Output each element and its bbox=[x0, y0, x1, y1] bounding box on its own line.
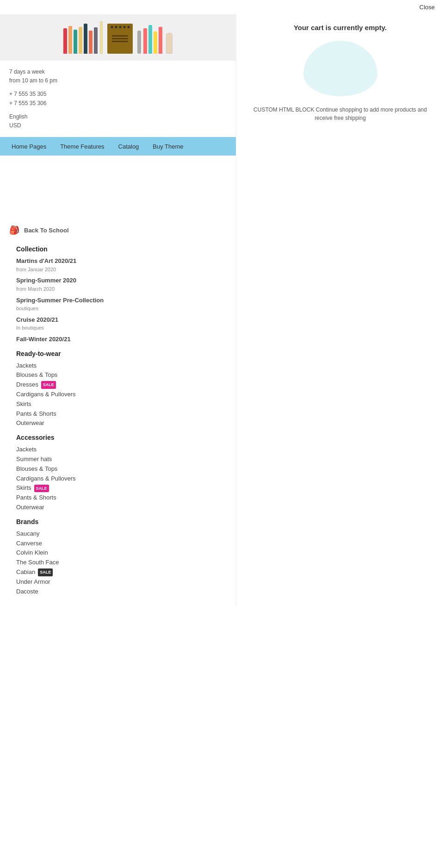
acc-item-3[interactable]: Cardigans & Pullovers bbox=[16, 474, 227, 484]
brand-item-2[interactable]: Colvin Klein bbox=[16, 548, 227, 558]
close-button[interactable]: Close bbox=[419, 4, 435, 11]
brands-title: Brands bbox=[16, 518, 227, 525]
info-section: 7 days a week from 10 am to 6 pm + 7 555… bbox=[0, 61, 236, 137]
nav-item-home[interactable]: Home Pages bbox=[5, 143, 53, 150]
hero-banner bbox=[0, 14, 236, 61]
acc-item-2[interactable]: Blouses & Tops bbox=[16, 464, 227, 474]
back-to-school-section: 🎒 Back To School bbox=[0, 211, 236, 240]
lang-currency: English USD bbox=[9, 112, 227, 130]
rtw-item-6[interactable]: Outerwear bbox=[16, 418, 227, 428]
sale-badge-cabian: SALE bbox=[38, 568, 53, 576]
cart-panel: Your cart is currently empty. CUSTOM HTM… bbox=[236, 14, 444, 606]
acc-item-1[interactable]: Summer hats bbox=[16, 455, 227, 464]
collection-item-4[interactable]: Fall-Winter 2020/21 bbox=[16, 335, 227, 344]
nav-bar: Home Pages Theme Features Catalog Buy Th… bbox=[0, 137, 236, 156]
phone-numbers: + 7 555 35 305 + 7 555 35 306 bbox=[9, 90, 227, 107]
backpack-icon: 🎒 bbox=[9, 225, 19, 235]
sale-badge-skirts: SALE bbox=[34, 485, 49, 492]
sidebar-menu: Collection Martins d'Art 2020/21 from Ja… bbox=[0, 245, 236, 606]
rtw-item-5[interactable]: Pants & Shorts bbox=[16, 409, 227, 419]
brand-item-6[interactable]: Dacoste bbox=[16, 587, 227, 597]
ready-to-wear-title: Ready-to-wear bbox=[16, 350, 227, 357]
brand-item-4[interactable]: Cabian SALE bbox=[16, 568, 227, 577]
collection-item-1[interactable]: Spring-Summer 2020 from March 2020 bbox=[16, 276, 227, 293]
cart-custom-html: CUSTOM HTML BLOCK Continue shopping to a… bbox=[246, 106, 435, 122]
acc-item-4[interactable]: Skirts SALE bbox=[16, 483, 227, 493]
rtw-item-1[interactable]: Blouses & Tops bbox=[16, 370, 227, 380]
acc-item-0[interactable]: Jackets bbox=[16, 445, 227, 455]
rtw-item-2[interactable]: Dresses SALE bbox=[16, 380, 227, 390]
rtw-item-3[interactable]: Cardigans & Pullovers bbox=[16, 390, 227, 400]
nav-item-theme[interactable]: Theme Features bbox=[53, 143, 111, 150]
brand-item-3[interactable]: The South Face bbox=[16, 558, 227, 568]
nav-item-catalog[interactable]: Catalog bbox=[111, 143, 146, 150]
rtw-item-4[interactable]: Skirts bbox=[16, 400, 227, 409]
collection-item-3[interactable]: Cruise 2020/21 In boutiques bbox=[16, 315, 227, 332]
back-to-school-label[interactable]: Back To School bbox=[24, 227, 69, 234]
sale-badge-dresses: SALE bbox=[41, 381, 56, 388]
accessories-title: Accessories bbox=[16, 434, 227, 441]
acc-item-6[interactable]: Outerwear bbox=[16, 503, 227, 512]
collection-title: Collection bbox=[16, 245, 227, 253]
brand-item-0[interactable]: Saucany bbox=[16, 529, 227, 539]
acc-item-5[interactable]: Pants & Shorts bbox=[16, 493, 227, 503]
hours-text: 7 days a week from 10 am to 6 pm bbox=[9, 68, 227, 85]
brand-item-5[interactable]: Under Armor bbox=[16, 577, 227, 587]
brand-item-1[interactable]: Canverse bbox=[16, 539, 227, 549]
rtw-item-0[interactable]: Jackets bbox=[16, 361, 227, 371]
cart-blob-decoration bbox=[303, 41, 377, 96]
collection-item-2[interactable]: Spring-Summer Pre-Collection boutiques bbox=[16, 296, 227, 312]
collection-item-0[interactable]: Martins d'Art 2020/21 from Januar 2020 bbox=[16, 256, 227, 273]
cart-empty-message: Your cart is currently empty. bbox=[246, 24, 435, 31]
nav-item-buy[interactable]: Buy Theme bbox=[146, 143, 190, 150]
